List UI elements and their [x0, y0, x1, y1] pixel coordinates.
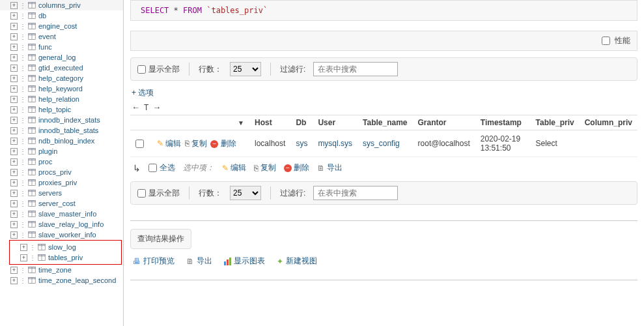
structure-icon: ⋮	[20, 221, 26, 228]
sidebar-item-columns-priv[interactable]: +⋮columns_priv	[0, 0, 123, 10]
export-link[interactable]: 🗎导出	[186, 256, 212, 267]
expand-icon[interactable]: +	[10, 231, 18, 239]
expand-icon[interactable]: +	[10, 85, 18, 93]
show-all-option[interactable]: 显示全部	[137, 188, 180, 199]
select-all-option[interactable]: 全选	[148, 162, 175, 173]
sidebar-item-server-cost[interactable]: +⋮server_cost	[0, 198, 123, 209]
expand-icon[interactable]: +	[10, 54, 18, 61]
show-all-checkbox[interactable]	[137, 65, 146, 74]
filter-input[interactable]	[313, 62, 398, 76]
sidebar-item-event[interactable]: +⋮event	[0, 31, 123, 42]
expand-icon[interactable]: +	[10, 75, 18, 82]
bulk-copy-link[interactable]: ⎘复制	[254, 162, 276, 173]
table-icon	[27, 199, 36, 208]
sidebar-item-servers[interactable]: +⋮servers	[0, 188, 123, 198]
filter-input-bottom[interactable]	[313, 186, 398, 200]
select-all-checkbox[interactable]	[148, 164, 157, 172]
sidebar-item-innodb-table-stats[interactable]: +⋮innodb_table_stats	[0, 125, 123, 136]
show-all-checkbox-bottom[interactable]	[137, 189, 146, 198]
sidebar-item-gtid-executed[interactable]: +⋮gtid_executed	[0, 63, 123, 73]
sidebar-item-slave-relay-log-info[interactable]: +⋮slave_relay_log_info	[0, 219, 123, 230]
cell-db[interactable]: sys	[296, 139, 307, 148]
col-timestamp[interactable]: Timestamp	[475, 115, 531, 130]
col-user[interactable]: User	[313, 115, 357, 130]
with-selected-label: 选中项：	[183, 162, 214, 173]
col-column-priv[interactable]: Column_priv	[580, 115, 637, 130]
expand-icon[interactable]: +	[10, 106, 18, 113]
rows-select-bottom[interactable]: 25	[230, 186, 261, 200]
print-preview-link[interactable]: 🖶打印预览	[133, 256, 175, 267]
row-checkbox[interactable]	[135, 140, 144, 148]
expand-icon[interactable]: +	[10, 267, 18, 274]
col-grantor[interactable]: Grantor	[413, 115, 475, 130]
create-view-link[interactable]: ✦新建视图	[277, 256, 317, 267]
expand-icon[interactable]: +	[10, 65, 18, 72]
expand-icon[interactable]: +	[10, 158, 18, 166]
expand-icon[interactable]: +	[10, 211, 18, 218]
expand-icon[interactable]: +	[10, 169, 18, 176]
sidebar-item-db[interactable]: +⋮db	[0, 10, 123, 21]
expand-icon[interactable]: +	[10, 12, 18, 20]
col-host[interactable]: Host	[249, 115, 290, 130]
cell-table-name[interactable]: sys_config	[363, 139, 400, 148]
sidebar-item-slow-log[interactable]: +⋮slow_log	[10, 242, 121, 252]
table-icon	[27, 1, 36, 10]
expand-icon[interactable]: +	[10, 190, 18, 197]
expand-icon[interactable]: +	[10, 117, 18, 124]
cell-host: localhost	[249, 130, 290, 157]
expand-icon[interactable]: +	[10, 44, 18, 51]
sidebar-item-time-zone[interactable]: +⋮time_zone	[0, 265, 123, 275]
sidebar-item-general-log[interactable]: +⋮general_log	[0, 52, 123, 63]
options-link[interactable]: + 选项	[132, 87, 154, 98]
show-all-option[interactable]: 显示全部	[137, 64, 180, 75]
table-icon	[27, 95, 36, 104]
expand-icon[interactable]: +	[10, 2, 18, 9]
sidebar-item-slave-worker-info[interactable]: +⋮slave_worker_info	[0, 230, 123, 240]
expand-icon[interactable]: +	[10, 96, 18, 103]
sidebar-item-proxies-priv[interactable]: +⋮proxies_priv	[0, 177, 123, 188]
sidebar-item-proc[interactable]: +⋮proc	[0, 156, 123, 167]
cell-user[interactable]: mysql.sys	[318, 139, 352, 148]
expand-icon[interactable]: +	[10, 33, 18, 40]
pencil-icon: ✎	[157, 139, 163, 148]
structure-icon: ⋮	[20, 231, 26, 239]
sidebar-item-innodb-index-stats[interactable]: +⋮innodb_index_stats	[0, 115, 123, 125]
sidebar-item-help-category[interactable]: +⋮help_category	[0, 73, 123, 83]
show-chart-link[interactable]: 显示图表	[224, 256, 265, 267]
expand-icon[interactable]: +	[10, 127, 18, 134]
sidebar-item-help-keyword[interactable]: +⋮help_keyword	[0, 83, 123, 94]
sidebar-item-slave-master-info[interactable]: +⋮slave_master_info	[0, 209, 123, 219]
sidebar-item-time-zone-leap-second[interactable]: +⋮time_zone_leap_second	[0, 275, 123, 286]
expand-icon[interactable]: +	[20, 254, 27, 261]
row-edit-link[interactable]: ✎ 编辑	[157, 139, 181, 148]
new-icon: ✦	[277, 257, 283, 266]
sidebar-item-tables-priv[interactable]: +⋮tables_priv	[10, 252, 121, 263]
sidebar-item-func[interactable]: +⋮func	[0, 42, 123, 52]
sidebar-item-ndb-binlog-index[interactable]: +⋮ndb_binlog_index	[0, 136, 123, 146]
sidebar-item-plugin[interactable]: +⋮plugin	[0, 146, 123, 156]
rows-select[interactable]: 25	[230, 62, 261, 76]
row-copy-link[interactable]: ⎘ 复制	[185, 139, 207, 148]
row-delete-link[interactable]: − 删除	[210, 139, 236, 148]
bulk-delete-link[interactable]: −删除	[284, 162, 309, 173]
col-table-name[interactable]: Table_name	[357, 115, 412, 130]
expand-icon[interactable]: +	[10, 200, 18, 207]
expand-icon[interactable]: +	[10, 277, 18, 284]
bulk-action-row: ↳ 全选 选中项： ✎编辑 ⎘复制 −删除 🗎导出	[130, 157, 637, 181]
bulk-export-link[interactable]: 🗎导出	[317, 162, 343, 173]
sidebar-item-help-topic[interactable]: +⋮help_topic	[0, 104, 123, 115]
expand-icon[interactable]: +	[10, 138, 18, 145]
expand-icon[interactable]: +	[10, 148, 18, 155]
expand-icon[interactable]: +	[20, 244, 27, 251]
bulk-edit-link[interactable]: ✎编辑	[222, 162, 246, 173]
col-table-priv[interactable]: Table_priv	[531, 115, 580, 130]
performance-checkbox[interactable]	[602, 37, 610, 45]
sidebar-item-help-relation[interactable]: +⋮help_relation	[0, 94, 123, 104]
expand-icon[interactable]: +	[10, 179, 18, 186]
sidebar-item-procs-priv[interactable]: +⋮procs_priv	[0, 167, 123, 177]
col-db[interactable]: Db	[290, 115, 313, 130]
expand-icon[interactable]: +	[10, 23, 18, 30]
expand-icon[interactable]: +	[10, 221, 18, 228]
sidebar-item-engine-cost[interactable]: +⋮engine_cost	[0, 21, 123, 31]
sort-indicator-icon[interactable]: ▼	[238, 119, 244, 126]
